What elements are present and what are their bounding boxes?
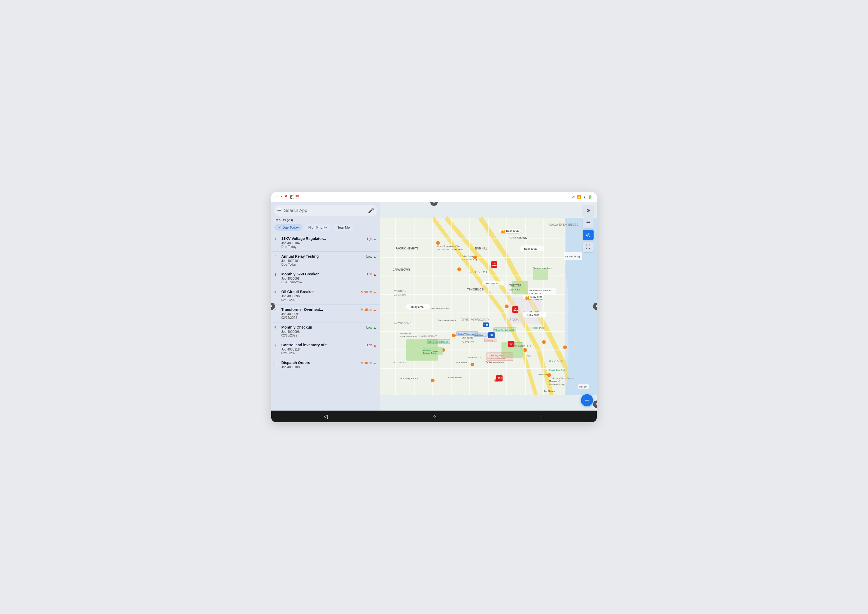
search-input[interactable] <box>284 208 368 213</box>
filter-high-priority[interactable]: High Priority <box>304 224 331 231</box>
svg-text:OAKLAND/BAY BRIDGE: OAKLAND/BAY BRIDGE <box>549 223 579 226</box>
svg-text:Francisco de Asis: Francisco de Asis <box>401 335 417 338</box>
job-date: Due Tomorrow <box>281 281 365 284</box>
job-title: Annual Relay Testing <box>281 254 366 259</box>
priority-icon: ▲ <box>373 255 377 259</box>
job-priority: Medium ▲ <box>361 361 377 365</box>
eye-icon: 👁 <box>571 195 575 199</box>
svg-point-57 <box>431 378 435 382</box>
main-area: A A ☰ 🎤 Results (23) ✓ Due Today <box>271 202 597 411</box>
busy-area-marker-2: Busy area <box>523 295 545 299</box>
job-id: Job 4000108 <box>281 365 361 369</box>
svg-text:Zuckerberg San: Zuckerberg San <box>488 354 503 357</box>
job-date: 02/16/2022 <box>281 333 366 337</box>
job-priority: Medium ▲ <box>361 290 377 294</box>
device-frame: 2:27 📍 🖼 📅 👁 📶 ▲ 🔋 A A ☰ 🎤 <box>271 192 597 422</box>
svg-text:San Francisco Steakhouse: San Francisco Steakhouse <box>438 248 463 251</box>
mic-icon[interactable]: 🎤 <box>368 208 374 214</box>
left-panel: ☰ 🎤 Results (23) ✓ Due Today High Priori… <box>271 202 380 411</box>
svg-text:THEATER: THEATER <box>509 284 522 287</box>
svg-text:Crane Cove Park: Crane Cove Park <box>549 369 565 371</box>
filter-near-me[interactable]: Near Me <box>333 224 354 231</box>
svg-text:HAYES VALLEY: HAYES VALLEY <box>419 335 437 337</box>
svg-text:101: 101 <box>492 263 497 266</box>
job-date: Due Today <box>281 245 365 249</box>
filter-due-today[interactable]: ✓ Due Today <box>275 224 303 231</box>
job-info: Annual Relay Testing Job 4000101 Due Tod… <box>281 254 366 267</box>
hamburger-icon[interactable]: ☰ <box>277 208 281 214</box>
home-button[interactable]: ○ <box>427 412 441 421</box>
priority-text: High <box>365 343 372 347</box>
priority-icon: ▲ <box>373 361 377 365</box>
battery-icon: 🔋 <box>588 195 593 199</box>
map-controls: ⚙ ☰ ◎ ⛶ <box>583 205 593 253</box>
job-title: Monthly Checkup <box>281 325 366 329</box>
svg-text:101: 101 <box>484 324 488 326</box>
job-item[interactable]: 2 Annual Relay Testing Job 4000101 Due T… <box>271 251 380 269</box>
job-title: Oil Circuit Breaker <box>281 290 361 294</box>
location-button[interactable]: ◎ <box>583 229 593 240</box>
svg-text:Besharam: Besharam <box>539 373 548 376</box>
job-id: Job 4000104 <box>281 241 365 245</box>
list-button[interactable]: ☰ <box>583 217 593 228</box>
svg-point-62 <box>563 346 567 349</box>
job-date: 02/08/2022 <box>281 298 361 302</box>
recent-button[interactable]: □ <box>536 412 550 421</box>
svg-text:LOWER HAIGHT: LOWER HAIGHT <box>394 321 413 324</box>
time-display: 2:27 <box>275 195 282 199</box>
check-icon: ✓ <box>278 225 281 229</box>
job-number: 4 <box>275 290 280 294</box>
svg-text:Busy area: Busy area <box>411 305 424 309</box>
job-item[interactable]: 7 Control and inventory of t.. Job 40001… <box>271 340 380 358</box>
job-item[interactable]: 1 11KV Voltage Regulator... Job 4000104 … <box>271 234 380 251</box>
job-priority: High ▲ <box>365 273 377 276</box>
job-title: Dispatch Orders <box>281 361 361 365</box>
priority-text: Low <box>366 255 372 259</box>
job-item[interactable]: 8 Dispatch Orders Job 4000108 Medium ▲ <box>271 358 380 372</box>
svg-text:Mission Rock Resort: Mission Rock Resort <box>552 377 574 380</box>
svg-point-59 <box>523 348 527 352</box>
job-number: 8 <box>275 361 280 365</box>
add-button[interactable]: + <box>581 394 593 406</box>
svg-text:Francisco General...: Francisco General... <box>488 357 506 360</box>
status-left: 2:27 📍 🖼 📅 <box>275 195 300 199</box>
svg-point-60 <box>542 340 546 344</box>
svg-text:CHINATOWN: CHINATOWN <box>509 236 527 239</box>
chip-label-2: High Priority <box>308 225 327 229</box>
svg-text:Fable: Fable <box>433 350 438 353</box>
svg-text:Bob's Donut: Bob's Donut <box>462 255 474 257</box>
chip-label-1: Due Today <box>283 225 299 229</box>
job-priority: Low ▲ <box>366 326 377 330</box>
job-number: 5 <box>275 308 280 312</box>
svg-text:Noe Valley Bakery: Noe Valley Bakery <box>401 377 418 380</box>
job-item[interactable]: 6 Monthly Checkup Job 4000098 02/16/2022… <box>271 323 380 340</box>
svg-text:Misión San: Misión San <box>401 332 411 335</box>
priority-icon: ▲ <box>373 343 377 347</box>
job-priority: Low ▲ <box>366 255 377 259</box>
job-id: Job 4000101 <box>281 259 366 263</box>
priority-text: Medium <box>361 290 372 294</box>
search-bar[interactable]: ☰ 🎤 <box>274 205 377 216</box>
calendar-icon: 📅 <box>295 195 300 199</box>
settings-button[interactable]: ⚙ <box>583 205 593 216</box>
svg-text:Museum of: Museum of <box>549 380 560 382</box>
svg-text:101: 101 <box>513 308 518 311</box>
svg-text:San Francisco: San Francisco <box>462 317 489 322</box>
job-item[interactable]: 5 Transformer Overheat... Job 4000091 02… <box>271 305 380 323</box>
svg-text:101: 101 <box>497 377 502 380</box>
job-item[interactable]: 4 Oil Circuit Breaker Job 4000096 02/08/… <box>271 287 380 305</box>
expand-button[interactable]: ⛶ <box>583 242 593 253</box>
job-date: Due Today <box>281 263 366 267</box>
priority-text: Medium <box>361 361 372 365</box>
wifi-icon: 📶 <box>577 195 581 199</box>
job-item[interactable]: 3 Monthly 52-9 Breaker Job 4000098 Due T… <box>271 269 380 287</box>
job-info: Monthly Checkup Job 4000098 02/16/2022 <box>281 325 366 337</box>
back-button[interactable]: ◁ <box>318 412 333 421</box>
job-date: 02/16/2022 <box>281 351 365 355</box>
svg-text:DISTRICT: DISTRICT <box>462 341 474 344</box>
job-number: 2 <box>275 255 280 259</box>
svg-text:SOMA: SOMA <box>509 318 519 322</box>
job-id: Job 4000098 <box>281 277 365 281</box>
svg-text:80: 80 <box>490 334 493 337</box>
results-count: Results (23) <box>271 218 380 223</box>
